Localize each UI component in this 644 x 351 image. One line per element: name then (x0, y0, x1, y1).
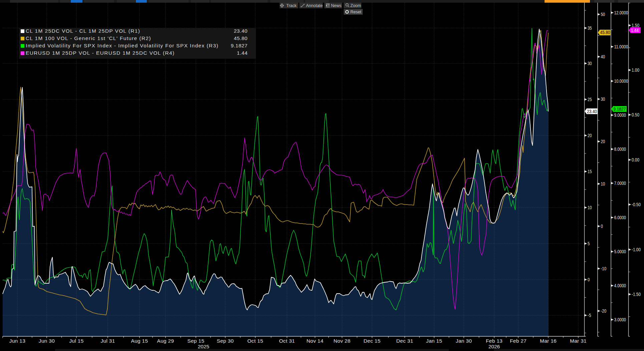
svg-text:9.1827: 9.1827 (231, 43, 248, 48)
svg-text:Feb 13: Feb 13 (486, 338, 503, 344)
svg-text:2025: 2025 (198, 344, 209, 349)
svg-text:Jul 15: Jul 15 (69, 338, 83, 344)
svg-text:0.00: 0.00 (632, 157, 639, 162)
svg-text:Sep 30: Sep 30 (217, 338, 234, 344)
svg-text:4.0000: 4.0000 (614, 283, 626, 288)
svg-text:5: 5 (588, 241, 590, 246)
svg-text:0: 0 (588, 277, 590, 282)
svg-text:5.0000: 5.0000 (614, 249, 626, 254)
svg-text:15: 15 (588, 168, 592, 174)
svg-text:Mar 16: Mar 16 (540, 338, 557, 344)
svg-text:-20: -20 (601, 308, 607, 314)
svg-text:-1.50: -1.50 (632, 291, 641, 297)
svg-text:Mar 31: Mar 31 (570, 338, 587, 344)
svg-text:0.50: 0.50 (632, 112, 639, 117)
svg-text:Nov 28: Nov 28 (334, 338, 351, 344)
svg-text:40: 40 (601, 54, 605, 59)
svg-text:Oct 15: Oct 15 (247, 338, 263, 344)
svg-text:11.0000: 11.0000 (614, 44, 628, 49)
svg-text:CL 1M 100 VOL - Generic 1st 'C: CL 1M 100 VOL - Generic 1st 'CL' Future … (26, 35, 151, 41)
svg-text:7.0000: 7.0000 (614, 180, 626, 186)
svg-text:23.40: 23.40 (587, 109, 597, 114)
svg-text:Aug 15: Aug 15 (131, 338, 148, 344)
svg-text:25: 25 (588, 96, 592, 102)
svg-text:Track: Track (286, 3, 297, 8)
svg-text:Zoom: Zoom (350, 3, 361, 8)
svg-text:Implied Volatility For SPX Ind: Implied Volatility For SPX Index - Impli… (26, 43, 219, 48)
svg-text:Nov 14: Nov 14 (307, 338, 324, 344)
svg-text:20: 20 (601, 138, 605, 144)
svg-text:Oct 31: Oct 31 (279, 338, 295, 344)
svg-text:12.0000: 12.0000 (614, 10, 628, 15)
svg-text:Jan 15: Jan 15 (426, 338, 442, 344)
svg-text:Aug 29: Aug 29 (157, 338, 174, 344)
svg-text:50: 50 (601, 11, 605, 17)
svg-text:6.0000: 6.0000 (614, 215, 626, 220)
svg-text:Jan 30: Jan 30 (456, 338, 472, 344)
svg-text:20: 20 (588, 132, 592, 138)
svg-text:1.44: 1.44 (631, 28, 639, 33)
svg-text:CL 1M 25DC VOL - CL 1M 25DP VO: CL 1M 25DC VOL - CL 1M 25DP VOL (R1) (26, 28, 140, 34)
svg-text:30: 30 (588, 60, 592, 66)
svg-text:10.0000: 10.0000 (614, 78, 628, 84)
svg-text:0: 0 (601, 223, 603, 229)
svg-text:45.80: 45.80 (234, 35, 248, 41)
svg-text:Jul 31: Jul 31 (100, 338, 115, 344)
svg-text:35: 35 (588, 25, 592, 31)
svg-text:Dec 15: Dec 15 (364, 338, 381, 344)
svg-text:1.44: 1.44 (237, 50, 248, 56)
svg-text:-0.50: -0.50 (632, 202, 641, 207)
svg-text:10: 10 (588, 205, 592, 210)
svg-text:30: 30 (601, 96, 605, 102)
svg-text:News: News (331, 3, 341, 8)
svg-text:Sep 15: Sep 15 (188, 338, 205, 344)
svg-text:Feb 27: Feb 27 (510, 338, 527, 344)
svg-text:10: 10 (601, 181, 605, 187)
svg-text:Dec 31: Dec 31 (396, 338, 413, 344)
svg-text:Annotate: Annotate (306, 3, 323, 8)
svg-text:Reset: Reset (350, 10, 361, 14)
svg-text:9.0000: 9.0000 (614, 112, 626, 118)
svg-text:23.40: 23.40 (234, 28, 248, 34)
svg-text:-1.00: -1.00 (632, 247, 641, 252)
svg-text:Jun 30: Jun 30 (39, 338, 55, 344)
svg-text:1.50: 1.50 (632, 22, 639, 28)
svg-text:EURUSD 1M 25DP VOL - EURUSD 1M: EURUSD 1M 25DP VOL - EURUSD 1M 25DC VOL … (26, 50, 175, 56)
svg-text:8.0000: 8.0000 (614, 146, 626, 152)
svg-text:45.80: 45.80 (600, 30, 610, 35)
svg-text:3.0000: 3.0000 (614, 317, 626, 322)
svg-text:-5: -5 (588, 312, 591, 318)
svg-text:Jun 13: Jun 13 (9, 338, 25, 344)
svg-text:9.1827: 9.1827 (614, 106, 626, 112)
svg-text:2026: 2026 (489, 344, 500, 349)
svg-text:1.00: 1.00 (632, 67, 639, 73)
svg-text:-10: -10 (601, 266, 607, 271)
